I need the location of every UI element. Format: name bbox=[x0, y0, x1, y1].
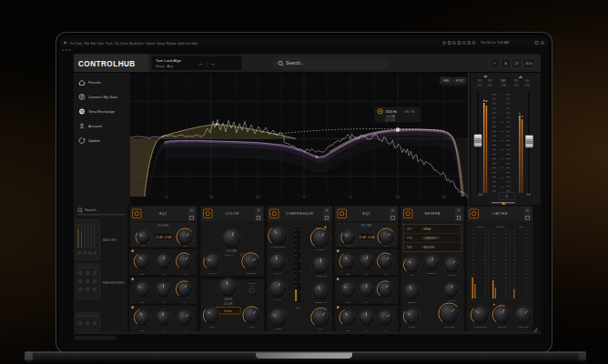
svg-text:Tonal Exchange: Tonal Exchange bbox=[88, 109, 116, 114]
svg-text:10k: 10k bbox=[396, 196, 400, 199]
svg-text:-90: -90 bbox=[500, 186, 503, 188]
svg-text:CONTROLHUB: CONTROLHUB bbox=[78, 60, 136, 68]
svg-text:TMP: TMP bbox=[501, 79, 506, 83]
svg-text:-50: -50 bbox=[500, 167, 503, 169]
svg-text:UNIT: UNIT bbox=[407, 228, 412, 231]
svg-text:-9.52: -9.52 bbox=[524, 84, 531, 87]
svg-text:TREBLE: TREBLE bbox=[246, 272, 256, 275]
svg-text:Search...: Search... bbox=[85, 208, 98, 212]
svg-text:HP: HP bbox=[142, 245, 146, 248]
svg-text:Deflate: Deflate bbox=[224, 309, 232, 313]
svg-text:|: | bbox=[207, 61, 208, 66]
svg-text:↩: ↩ bbox=[493, 62, 496, 66]
svg-text:LINK: LINK bbox=[249, 285, 255, 287]
svg-text:BASS: BASS bbox=[209, 272, 216, 275]
svg-text:POST: POST bbox=[456, 79, 463, 83]
svg-text:EQ1: EQ1 bbox=[159, 212, 167, 216]
svg-text:Q: Q bbox=[366, 273, 368, 276]
svg-text:Q 0.70: Q 0.70 bbox=[386, 118, 395, 122]
svg-text:BASS: BASS bbox=[409, 326, 415, 329]
svg-text:Account: Account bbox=[88, 124, 103, 128]
svg-text:LIMITER: LIMITER bbox=[492, 212, 508, 216]
svg-text:VOLUME: VOLUME bbox=[248, 282, 257, 284]
svg-text:TIME: TIME bbox=[407, 246, 412, 249]
svg-text:-9.2: -9.2 bbox=[488, 79, 492, 83]
svg-text:HI-PASS: HI-PASS bbox=[447, 299, 456, 301]
svg-text:‹ CHAMBER 1 ›: ‹ CHAMBER 1 › bbox=[422, 237, 441, 240]
svg-text:→: → bbox=[210, 61, 216, 66]
svg-text:VOLUME: VOLUME bbox=[227, 249, 238, 253]
svg-text:MASTER: MASTER bbox=[103, 238, 117, 242]
svg-text:TYPE: TYPE bbox=[407, 237, 413, 240]
svg-text:‹ HERA ›: ‹ HERA › bbox=[422, 228, 432, 231]
svg-text:-40: -40 bbox=[500, 157, 503, 160]
svg-text:6.0: 6.0 bbox=[527, 193, 532, 197]
svg-text:THRESHOLD: THRESHOLD bbox=[271, 246, 285, 248]
svg-text:DRIVE: DRIVE bbox=[224, 298, 232, 301]
svg-text:Pro Tools File Edit View: Pro Tools File Edit View Track Clip Even… bbox=[70, 42, 198, 46]
svg-text:FILTER: FILTER bbox=[158, 224, 168, 228]
svg-text:-9.0: -9.0 bbox=[514, 79, 519, 83]
svg-text:dB: dB bbox=[141, 301, 144, 304]
svg-text:AUTO: AUTO bbox=[314, 227, 320, 228]
svg-text:Q: Q bbox=[366, 301, 368, 304]
svg-text:MIX: MIX bbox=[410, 274, 414, 277]
svg-text:REDUCT: REDUCT bbox=[496, 226, 505, 228]
svg-text:6% 7%: 6% 7% bbox=[405, 110, 415, 114]
svg-text:30 in: 30 in bbox=[526, 62, 532, 66]
svg-text:Q: Q bbox=[162, 273, 164, 276]
svg-text:dB: dB bbox=[141, 273, 144, 276]
svg-text:CEILING: CEILING bbox=[498, 326, 507, 328]
svg-text:FILTER: FILTER bbox=[361, 224, 371, 228]
svg-text:RELEASE: RELEASE bbox=[518, 326, 529, 328]
svg-text:50: 50 bbox=[165, 196, 168, 199]
svg-text:-11.5: -11.5 bbox=[513, 84, 519, 87]
svg-text:PREDELAY: PREDELAY bbox=[427, 272, 438, 274]
svg-text:Q: Q bbox=[162, 301, 164, 304]
svg-text:12 dB · 24 dB: 12 dB · 24 dB bbox=[360, 236, 375, 239]
svg-text:Thu 30 Oct 9:41 AM: Thu 30 Oct 9:41 AM bbox=[481, 41, 509, 45]
svg-text:dB: dB bbox=[346, 301, 349, 304]
svg-text:-10.5: -10.5 bbox=[487, 84, 493, 87]
svg-text:24 dB · 12 dB: 24 dB · 12 dB bbox=[156, 236, 171, 239]
svg-text:THIN: THIN bbox=[208, 326, 214, 329]
svg-text:LP: LP bbox=[385, 245, 388, 248]
svg-text:SIDECHAIN: SIDECHAIN bbox=[315, 301, 327, 303]
svg-text:+0.0 dB: +0.0 dB bbox=[386, 115, 395, 118]
svg-text:TE: TE bbox=[80, 110, 84, 114]
svg-text:FUZZ: FUZZ bbox=[248, 326, 255, 329]
svg-text:26: 26 bbox=[515, 62, 519, 66]
svg-text:100: 100 bbox=[209, 196, 214, 199]
svg-text:STREAM: STREAM bbox=[224, 254, 233, 256]
svg-text:-70: -70 bbox=[500, 177, 503, 179]
svg-text:Search...: Search... bbox=[286, 60, 304, 66]
svg-text:-11.3: -11.3 bbox=[477, 84, 482, 87]
svg-text:-3.0: -3.0 bbox=[478, 193, 483, 197]
svg-text:COLOR: COLOR bbox=[224, 302, 233, 306]
svg-text:EQ2: EQ2 bbox=[362, 212, 370, 216]
svg-text:dB: dB bbox=[346, 273, 349, 276]
svg-text:-24: -24 bbox=[500, 139, 503, 142]
svg-text:500: 500 bbox=[256, 196, 260, 199]
svg-text:-9.1: -9.1 bbox=[478, 79, 482, 83]
svg-text:COMPRESSOR: COMPRESSOR bbox=[286, 212, 313, 216]
svg-text:COLOR: COLOR bbox=[226, 212, 239, 216]
svg-text:AUTO: AUTO bbox=[294, 307, 299, 308]
svg-text:DEPTH: DEPTH bbox=[408, 301, 416, 304]
svg-text:REVERB: REVERB bbox=[425, 212, 441, 216]
svg-text:HP: HP bbox=[347, 245, 350, 248]
svg-text:-7.98: -7.98 bbox=[500, 84, 506, 87]
svg-text:GR: GR bbox=[499, 304, 502, 306]
svg-text:LO PASS: LO PASS bbox=[444, 326, 454, 329]
svg-text:Connect My Gear: Connect My Gear bbox=[88, 95, 118, 99]
svg-text:Update: Update bbox=[88, 138, 101, 143]
svg-text:-12: -12 bbox=[500, 121, 503, 124]
svg-text:Presets: Presets bbox=[88, 80, 101, 85]
svg-text:MAKEUP: MAKEUP bbox=[316, 248, 326, 251]
svg-text:KNEE: KNEE bbox=[275, 328, 281, 330]
svg-text:OUT: OUT bbox=[519, 226, 523, 228]
svg-text:LENGTH: LENGTH bbox=[448, 274, 457, 276]
svg-text:-30: -30 bbox=[500, 148, 503, 151]
svg-text:Vocal - Aux: Vocal - Aux bbox=[156, 65, 173, 68]
svg-text:20k: 20k bbox=[442, 196, 447, 199]
